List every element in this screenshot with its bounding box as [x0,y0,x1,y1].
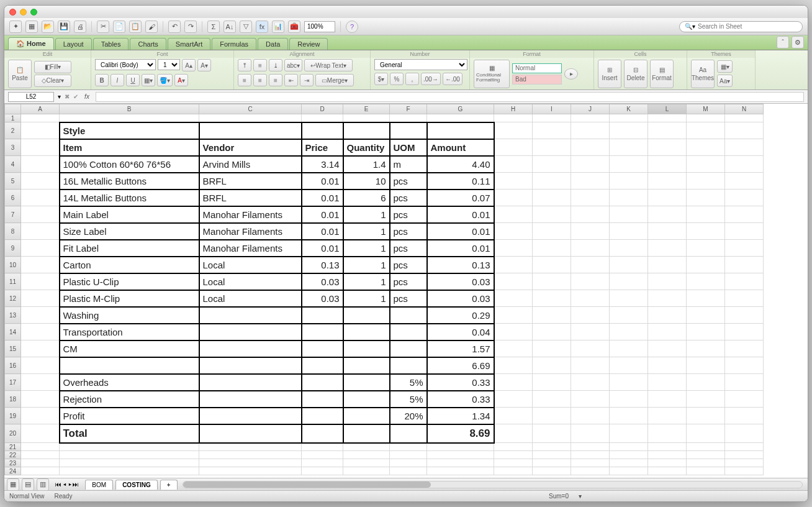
cell-K23[interactable] [610,459,648,467]
cell-K19[interactable] [610,408,648,424]
cell-D12[interactable]: 0.03 [302,290,343,307]
cell-L13[interactable] [648,307,687,324]
cell-L8[interactable] [648,223,687,240]
row-header-22[interactable]: 22 [5,451,21,459]
grow-font-icon[interactable]: A▴ [182,59,196,71]
style-bad[interactable]: Bad [512,75,562,84]
cell-H1[interactable] [494,114,533,122]
cell-E9[interactable]: 1 [343,240,390,257]
cell-N19[interactable] [725,408,764,424]
col-header-E[interactable]: E [343,104,390,114]
cell-J19[interactable] [571,408,610,424]
cell-B19[interactable]: Profit [60,408,199,424]
col-header-J[interactable]: J [571,104,610,114]
row-header-23[interactable]: 23 [5,459,21,467]
cell-N16[interactable] [725,357,764,374]
undo-icon[interactable]: ↶ [168,21,181,33]
col-header-B[interactable]: B [60,104,199,114]
align-right-icon[interactable]: ≡ [269,74,282,86]
cell-K17[interactable] [610,374,648,391]
underline-button[interactable]: U [126,74,140,86]
cell-E5[interactable]: 10 [343,173,390,190]
cell-M23[interactable] [687,459,725,467]
cell-N10[interactable] [725,257,764,273]
cell-I17[interactable] [533,374,571,391]
cell-E6[interactable]: 6 [343,190,390,206]
row-header-7[interactable]: 7 [5,206,21,223]
cell-I2[interactable] [533,122,571,139]
comma-icon[interactable]: , [405,73,419,85]
cell-B6[interactable]: 14L Metallic Buttons [60,190,199,206]
cell-L19[interactable] [648,408,687,424]
cell-N15[interactable] [725,340,764,357]
cell-K21[interactable] [610,443,648,451]
cell-H10[interactable] [494,257,533,273]
row-header-8[interactable]: 8 [5,223,21,240]
cell-H13[interactable] [494,307,533,324]
cell-A11[interactable] [21,273,60,290]
cell-M7[interactable] [687,206,725,223]
merge-button[interactable]: ▭ Merge ▾ [315,74,354,86]
cell-I20[interactable] [533,424,571,443]
cell-B5[interactable]: 16L Metallic Buttons [60,173,199,190]
cell-A19[interactable] [21,408,60,424]
cell-I7[interactable] [533,206,571,223]
cell-D20[interactable] [302,424,343,443]
col-header-C[interactable]: C [199,104,302,114]
cell-M1[interactable] [687,114,725,122]
row-header-10[interactable]: 10 [5,257,21,273]
cell-J1[interactable] [571,114,610,122]
paste-icon[interactable]: 📋 [129,21,142,33]
cell-H3[interactable] [494,139,533,156]
cell-B11[interactable]: Plastic U-Clip [60,273,199,290]
insert-cells-button[interactable]: ⊞Insert [598,60,621,88]
row-header-6[interactable]: 6 [5,190,21,206]
cell-G12[interactable]: 0.03 [427,290,494,307]
cell-C21[interactable] [199,443,302,451]
cell-B10[interactable]: Carton [60,257,199,273]
cell-M11[interactable] [687,273,725,290]
font-color-button[interactable]: A▾ [174,74,188,86]
cell-E17[interactable] [343,374,390,391]
cell-H5[interactable] [494,173,533,190]
cell-A15[interactable] [21,340,60,357]
cell-L20[interactable] [648,424,687,443]
cell-H23[interactable] [494,459,533,467]
cell-D19[interactable] [302,408,343,424]
cell-H9[interactable] [494,240,533,257]
cell-D21[interactable] [302,443,343,451]
cell-A8[interactable] [21,223,60,240]
cell-J24[interactable] [571,467,610,475]
cell-K18[interactable] [610,391,648,408]
decrease-decimal-icon[interactable]: ←.00 [443,73,462,85]
sheet-tab-costing[interactable]: COSTING [115,480,158,490]
cell-J2[interactable] [571,122,610,139]
cell-I1[interactable] [533,114,571,122]
copy-icon[interactable]: 📄 [113,21,125,33]
cell-N22[interactable] [725,451,764,459]
cell-N24[interactable] [725,467,764,475]
cell-I24[interactable] [533,467,571,475]
cell-E19[interactable] [343,408,390,424]
cell-N17[interactable] [725,374,764,391]
cell-K5[interactable] [610,173,648,190]
cell-J23[interactable] [571,459,610,467]
cell-L3[interactable] [648,139,687,156]
font-name-select[interactable]: Calibri (Body) [95,59,156,70]
col-header-D[interactable]: D [302,104,343,114]
cell-F10[interactable]: pcs [390,257,427,273]
cell-L1[interactable] [648,114,687,122]
cell-D13[interactable] [302,307,343,324]
autosum-icon[interactable]: Σ [207,21,220,33]
cell-D4[interactable]: 3.14 [302,156,343,173]
cell-K24[interactable] [610,467,648,475]
cell-J10[interactable] [571,257,610,273]
cell-M3[interactable] [687,139,725,156]
cell-C14[interactable] [199,324,302,340]
cell-M6[interactable] [687,190,725,206]
cell-D10[interactable]: 0.13 [302,257,343,273]
cell-L15[interactable] [648,340,687,357]
cell-L17[interactable] [648,374,687,391]
cell-B23[interactable] [60,459,199,467]
cell-J21[interactable] [571,443,610,451]
